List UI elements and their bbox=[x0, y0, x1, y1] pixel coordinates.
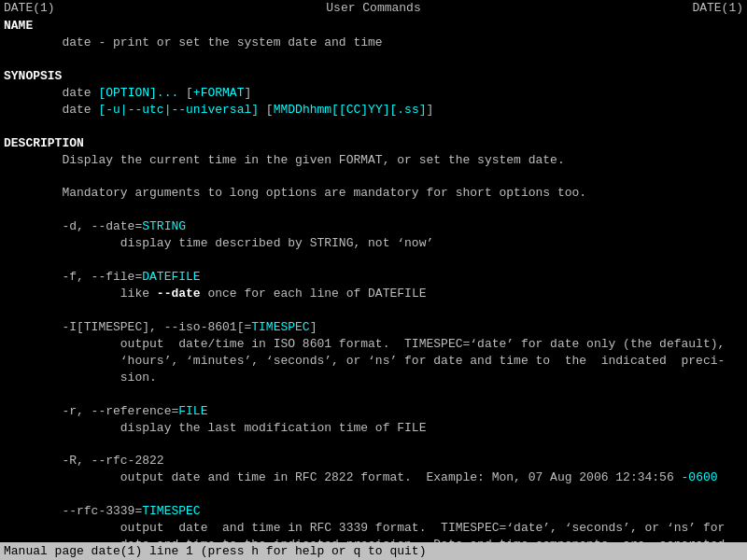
opt4-desc: display the last modification time of FI… bbox=[4, 421, 426, 435]
synopsis-line1: date [OPTION]... [+FORMAT] bbox=[4, 86, 251, 100]
watermark: @51CTO博客 bbox=[681, 542, 743, 558]
header-left: DATE(1) bbox=[4, 1, 55, 15]
opt3-desc2: ‘hours’, ‘minutes’, ‘seconds’, or ‘ns’ f… bbox=[4, 354, 725, 368]
opt3-desc1: output date/time in ISO 8601 format. TIM… bbox=[4, 337, 725, 351]
opt1-flag: -d, --date=STRING bbox=[4, 219, 186, 233]
status-bar: Manual page date(1) line 1 (press h for … bbox=[0, 542, 747, 560]
opt1-desc: display time described by STRING, not ‘n… bbox=[4, 236, 433, 250]
opt5-desc1: output date and time in RFC 2822 format.… bbox=[4, 470, 718, 484]
synopsis-title: SYNOPSIS bbox=[4, 69, 62, 83]
header-bar: DATE(1) User Commands DATE(1) bbox=[0, 0, 747, 16]
opt4-flag: -r, --reference=FILE bbox=[4, 404, 207, 418]
header-center: User Commands bbox=[326, 1, 420, 15]
terminal: DATE(1) User Commands DATE(1) NAME date … bbox=[0, 0, 747, 560]
opt6-flag: --rfc-3339=TIMESPEC bbox=[4, 504, 201, 518]
opt3-desc3: sion. bbox=[4, 371, 157, 385]
watermark-text: @51CTO博客 bbox=[681, 544, 743, 557]
name-body: date - print or set the system date and … bbox=[4, 35, 383, 49]
opt3-flag: -I[TIMESPEC], --iso-8601[=TIMESPEC] bbox=[4, 320, 317, 334]
synopsis-line2: date [-u|--utc|--universal] [MMDDhhmm[[C… bbox=[4, 103, 433, 117]
opt2-flag: -f, --file=DATEFILE bbox=[4, 270, 201, 284]
description-title: DESCRIPTION bbox=[4, 136, 84, 150]
header-right: DATE(1) bbox=[692, 1, 743, 15]
desc-line3: Mandatory arguments to long options are … bbox=[4, 186, 586, 200]
name-title: NAME bbox=[4, 19, 33, 33]
status-text: Manual page date(1) line 1 (press h for … bbox=[4, 544, 426, 558]
opt5-flag: -R, --rfc-2822 bbox=[4, 454, 164, 468]
main-content: NAME date - print or set the system date… bbox=[0, 16, 747, 560]
opt2-desc: like --date once for each line of DATEFI… bbox=[4, 287, 426, 301]
desc-line1: Display the current time in the given FO… bbox=[4, 153, 565, 167]
opt6-desc1: output date and time in RFC 3339 format.… bbox=[4, 521, 725, 535]
man-page-text: NAME date - print or set the system date… bbox=[4, 18, 743, 560]
